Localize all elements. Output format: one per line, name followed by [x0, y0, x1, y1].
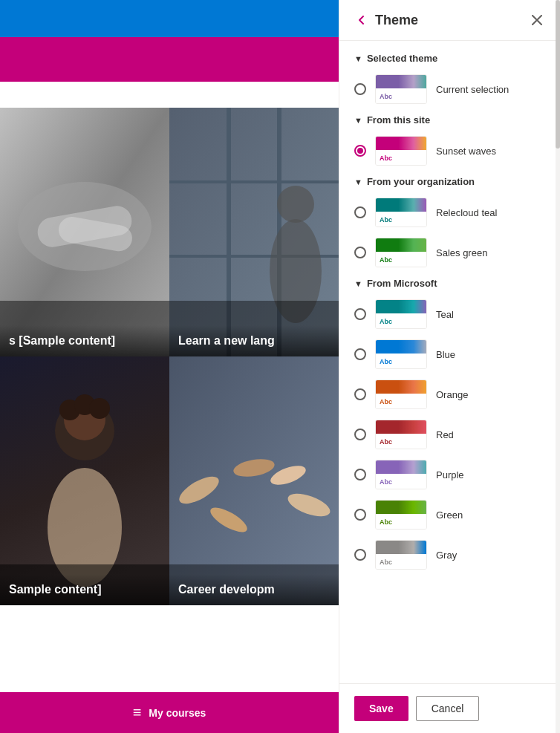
card-1-title: s [Sample content]	[9, 334, 115, 347]
pink-bar	[0, 37, 339, 82]
sales-green-option[interactable]: Abc Sales green	[354, 238, 545, 267]
save-button[interactable]: Save	[354, 696, 408, 721]
selected-theme-section: ▼ Selected theme Abc Current selection	[354, 53, 545, 104]
current-selection-radio[interactable]	[354, 83, 366, 95]
from-this-site-chevron: ▼	[354, 116, 362, 125]
purple-swatch: Abc	[375, 460, 427, 489]
green-radio[interactable]	[354, 509, 366, 521]
sales-green-swatch: Abc	[375, 238, 427, 267]
white-bar	[0, 82, 339, 108]
gray-label: Gray	[436, 550, 457, 561]
card-1-overlay: s [Sample content]	[0, 325, 169, 356]
purple-label: Purple	[436, 469, 464, 480]
blue-option[interactable]: Abc Blue	[354, 339, 545, 369]
sales-green-label: Sales green	[436, 247, 487, 258]
from-org-header[interactable]: ▼ From your organization	[354, 176, 545, 187]
green-option[interactable]: Abc Green	[354, 500, 545, 530]
svg-point-20	[89, 398, 110, 419]
gray-swatch: Abc	[375, 540, 427, 570]
red-label: Red	[436, 429, 454, 440]
sunset-waves-radio[interactable]	[354, 145, 366, 157]
relecloud-teal-label: Relecloud teal	[436, 207, 497, 218]
card-2: Learn a new lang	[169, 108, 339, 356]
bottom-nav-label: My courses	[149, 707, 206, 719]
card-3: Sample content]	[0, 356, 169, 605]
from-microsoft-label: From Microsoft	[367, 278, 437, 289]
current-selection-swatch: Abc	[375, 74, 427, 104]
selected-theme-label: Selected theme	[367, 53, 437, 64]
from-microsoft-chevron: ▼	[354, 279, 362, 288]
panel-header-left: Theme	[354, 13, 418, 28]
blue-label: Blue	[436, 349, 455, 360]
card-4-overlay: Career developm	[169, 574, 339, 605]
green-swatch: Abc	[375, 500, 427, 530]
orange-swatch: Abc	[375, 379, 427, 409]
bottom-nav[interactable]: ≡ My courses	[0, 692, 339, 733]
back-icon	[356, 14, 368, 26]
background-content: s [Sample content]	[0, 0, 339, 733]
teal-radio[interactable]	[354, 308, 366, 320]
from-this-site-header[interactable]: ▼ From this site	[354, 114, 545, 126]
teal-label: Teal	[436, 309, 454, 320]
relecloud-teal-option[interactable]: Abc Relecloud teal	[354, 198, 545, 227]
card-3-overlay: Sample content]	[0, 574, 169, 605]
sales-green-radio[interactable]	[354, 247, 366, 258]
panel-header: Theme	[339, 0, 560, 41]
from-microsoft-header[interactable]: ▼ From Microsoft	[354, 278, 545, 289]
relecloud-teal-swatch: Abc	[375, 198, 427, 227]
red-radio[interactable]	[354, 429, 366, 440]
top-bar	[0, 0, 339, 37]
gray-option[interactable]: Abc Gray	[354, 540, 545, 570]
card-3-title: Sample content]	[9, 583, 101, 596]
from-microsoft-section: ▼ From Microsoft Abc Teal	[354, 278, 545, 570]
close-icon	[532, 15, 542, 25]
back-button[interactable]	[354, 13, 369, 27]
from-org-label: From your organization	[367, 176, 475, 187]
from-this-site-section: ▼ From this site Abc Sunset waves	[354, 114, 545, 166]
teal-swatch: Abc	[375, 299, 427, 329]
blue-swatch: Abc	[375, 339, 427, 369]
from-org-section: ▼ From your organization Abc Relecloud t…	[354, 176, 545, 267]
orange-option[interactable]: Abc Orange	[354, 379, 545, 409]
close-button[interactable]	[529, 12, 545, 28]
sunset-waves-option[interactable]: Abc Sunset waves	[354, 136, 545, 166]
sunset-waves-label: Sunset waves	[436, 146, 496, 157]
teal-option[interactable]: Abc Teal	[354, 299, 545, 329]
courses-icon: ≡	[133, 704, 142, 721]
scrollbar-thumb[interactable]	[556, 0, 560, 149]
gray-radio[interactable]	[354, 549, 366, 561]
current-selection-label: Current selection	[436, 84, 509, 95]
sunset-waves-swatch: Abc	[375, 136, 427, 166]
red-swatch: Abc	[375, 420, 427, 449]
scrollbar[interactable]	[556, 0, 560, 733]
card-4: Career developm	[169, 356, 339, 605]
card-2-title: Learn a new lang	[178, 334, 275, 347]
selected-theme-chevron: ▼	[354, 54, 362, 63]
orange-radio[interactable]	[354, 388, 366, 400]
blue-radio[interactable]	[354, 348, 366, 360]
from-org-chevron: ▼	[354, 177, 362, 186]
selected-theme-header[interactable]: ▼ Selected theme	[354, 53, 545, 64]
panel-footer: Save Cancel	[339, 683, 560, 733]
purple-option[interactable]: Abc Purple	[354, 460, 545, 489]
panel-content: ▼ Selected theme Abc Current selection ▼	[339, 41, 560, 683]
purple-radio[interactable]	[354, 469, 366, 480]
current-selection-option[interactable]: Abc Current selection	[354, 74, 545, 104]
cancel-button[interactable]: Cancel	[416, 696, 480, 721]
from-this-site-label: From this site	[367, 114, 430, 126]
card-4-title: Career developm	[178, 583, 275, 596]
red-option[interactable]: Abc Red	[354, 420, 545, 449]
green-label: Green	[436, 509, 463, 521]
card-2-overlay: Learn a new lang	[169, 325, 339, 356]
theme-panel: Theme ▼ Selected theme Abc	[339, 0, 560, 733]
svg-point-12	[277, 186, 314, 223]
orange-label: Orange	[436, 389, 468, 400]
cards-grid: s [Sample content]	[0, 108, 339, 605]
card-1: s [Sample content]	[0, 108, 169, 356]
relecloud-teal-radio[interactable]	[354, 206, 366, 218]
panel-title: Theme	[375, 13, 418, 28]
